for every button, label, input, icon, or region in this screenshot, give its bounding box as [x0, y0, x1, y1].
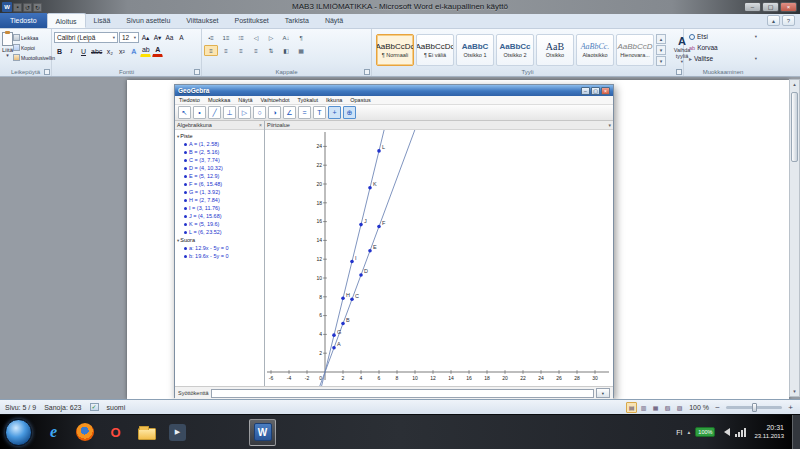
tab-n-yt[interactable]: Näytä [317, 13, 351, 28]
redo-button[interactable]: ↻ [33, 3, 42, 12]
opera-icon[interactable]: O [102, 419, 129, 446]
hidden-icons-button[interactable]: ▴ [688, 429, 691, 435]
spellcheck-icon[interactable] [90, 403, 99, 411]
scroll-down-icon[interactable]: ▾ [790, 387, 799, 396]
algebra-item[interactable]: D = (4, 10.32) [176, 164, 263, 172]
algebra-item[interactable]: F = (6, 15.48) [176, 180, 263, 188]
text-tool[interactable]: T [313, 106, 326, 119]
gallery-more-icon[interactable]: ▾ [656, 56, 666, 66]
folder-icon[interactable] [133, 419, 160, 446]
word-app-icon[interactable]: W [2, 2, 12, 12]
font-tool-0-icon[interactable]: A▴ [140, 32, 151, 43]
language-status[interactable]: suomi [107, 404, 126, 411]
gg-menu-muokkaa[interactable]: Muokkaa [204, 97, 234, 103]
network-icon[interactable] [735, 428, 746, 437]
tab-lis[interactable]: Lisää [86, 13, 119, 28]
tab-sivun-asettelu[interactable]: Sivun asettelu [118, 13, 178, 28]
clock[interactable]: 20:31 23.11.2013 [754, 424, 784, 440]
scrollbar-thumb[interactable] [791, 92, 798, 162]
algebra-item[interactable]: b: 19.6x - 5y = 0 [176, 252, 263, 260]
algebra-item[interactable]: I = (3, 11.76) [176, 204, 263, 212]
gg-menu-tiedosto[interactable]: Tiedosto [175, 97, 204, 103]
polygon-tool[interactable]: ▷ [238, 106, 251, 119]
font-effect-2-icon[interactable]: U [78, 45, 89, 57]
view-mode-0-button[interactable]: ▤ [626, 402, 637, 413]
styles-scrollbar[interactable]: ▴ ▾ ▾ [656, 34, 666, 66]
paragraph-tool-4-icon[interactable]: ▷ [264, 32, 278, 43]
tab-tarkista[interactable]: Tarkista [277, 13, 317, 28]
font-tool-3-icon[interactable]: A [176, 32, 187, 43]
geogebra-title-bar[interactable]: GeoGebra –▢× [175, 85, 613, 96]
scroll-down-icon[interactable]: ▾ [656, 45, 666, 55]
media-player-icon[interactable]: ▶ [164, 419, 191, 446]
speaker-icon[interactable] [720, 428, 730, 436]
geogebra-close-button[interactable]: × [601, 87, 610, 95]
font-tool-2-icon[interactable]: Aa [164, 32, 175, 43]
gg-menu-n-yt[interactable]: Näytä [234, 97, 256, 103]
angle-tool[interactable]: ∠ [283, 106, 296, 119]
font-effect-7-icon[interactable]: ab [140, 45, 151, 57]
word-icon[interactable]: W [249, 419, 276, 446]
gg-menu-vaihtoehdot[interactable]: Vaihtoehdot [257, 97, 294, 103]
editing-etsi[interactable]: Etsi▾ [686, 31, 760, 42]
algebra-item[interactable]: J = (4, 15.68) [176, 212, 263, 220]
undo-button[interactable]: ↺ [23, 3, 32, 12]
tab-aloitus[interactable]: Aloitus [47, 13, 86, 28]
perpendicular-line-tool[interactable]: ⊥ [223, 106, 236, 119]
paragraph-tool-5-icon[interactable]: A↓ [279, 32, 293, 43]
style-otsikko-2[interactable]: AaBbCcOtsikko 2 [496, 34, 534, 66]
zoom-in-button[interactable]: + [786, 403, 795, 412]
editing-korvaa[interactable]: abKorvaa [686, 42, 760, 53]
dialog-launcher-icon[interactable] [676, 69, 682, 75]
internet-explorer-icon[interactable]: e [40, 419, 67, 446]
show-hide-tool[interactable]: ⊕ [343, 106, 356, 119]
paragraph-tool-2-icon[interactable]: ⁝≡ [234, 32, 248, 43]
slider-tool[interactable]: = [298, 106, 311, 119]
save-button[interactable]: ▪ [13, 3, 22, 12]
paragraph-align-1-icon[interactable]: ≡ [219, 45, 233, 56]
maximize-button[interactable]: ▢ [762, 2, 779, 12]
geogebra-minimize-button[interactable]: – [581, 87, 590, 95]
view-mode-4-button[interactable]: ▨ [674, 402, 685, 413]
scroll-up-icon[interactable]: ▴ [656, 34, 666, 44]
word-count[interactable]: Sanoja: 623 [44, 404, 81, 411]
point-tool[interactable]: • [193, 106, 206, 119]
panel-menu-icon[interactable]: ▾ [608, 122, 611, 128]
paragraph-align-3-icon[interactable]: ≡ [249, 45, 263, 56]
clipboard-item-kopioi[interactable]: Kopioi [13, 43, 55, 52]
move-tool[interactable]: ↖ [178, 106, 191, 119]
zoom-slider-thumb[interactable] [752, 403, 757, 412]
zoom-level[interactable]: 100 % [689, 404, 709, 411]
circle-tool[interactable]: ○ [253, 106, 266, 119]
dialog-launcher-icon[interactable] [194, 69, 200, 75]
page-indicator[interactable]: Sivu: 5 / 9 [5, 404, 36, 411]
start-button[interactable] [5, 419, 32, 446]
dialog-launcher-icon[interactable] [44, 69, 50, 75]
dialog-launcher-icon[interactable] [364, 69, 370, 75]
line-tool[interactable]: ╱ [208, 106, 221, 119]
zoom-out-button[interactable]: − [713, 403, 722, 412]
paragraph-tool-0-icon[interactable]: •≡ [204, 32, 218, 43]
view-mode-1-button[interactable]: ▥ [638, 402, 649, 413]
vertical-scrollbar[interactable]: ▴ ▾ [789, 79, 800, 397]
paragraph-align-5-icon[interactable]: ◧ [279, 45, 293, 56]
battery-indicator[interactable]: 100% [695, 427, 715, 437]
algebra-item[interactable]: G = (1, 3.92) [176, 188, 263, 196]
view-mode-3-button[interactable]: ▧ [662, 402, 673, 413]
style-alaotsikko[interactable]: AaBbCc.Alaotsikko [576, 34, 614, 66]
tab-postitukset[interactable]: Postitukset [227, 13, 277, 28]
geogebra-input-field[interactable] [211, 389, 594, 398]
font-effect-1-icon[interactable]: I [66, 45, 77, 57]
clipboard-item-leikkaa[interactable]: Leikkaa [13, 33, 55, 42]
command-dropdown[interactable]: ▾ [596, 388, 610, 398]
clipboard-item-muotoilusivellin[interactable]: Muotoilusivellin [13, 53, 55, 62]
help-button[interactable]: ? [782, 15, 795, 26]
font-effect-3-icon[interactable]: abc [90, 45, 103, 57]
style-normaali[interactable]: AaBbCcDc¶ Normaali [376, 34, 414, 66]
paragraph-align-4-icon[interactable]: ⇅ [264, 45, 278, 56]
style-otsikko-1[interactable]: AaBbCOtsikko 1 [456, 34, 494, 66]
paragraph-tool-1-icon[interactable]: 1≡ [219, 32, 233, 43]
style-hienovara[interactable]: AaBbCcDHienovara... [616, 34, 654, 66]
graphics-view[interactable]: -6-4-22468101214161820222426283002468101… [265, 130, 612, 386]
show-desktop-button[interactable] [792, 415, 800, 449]
